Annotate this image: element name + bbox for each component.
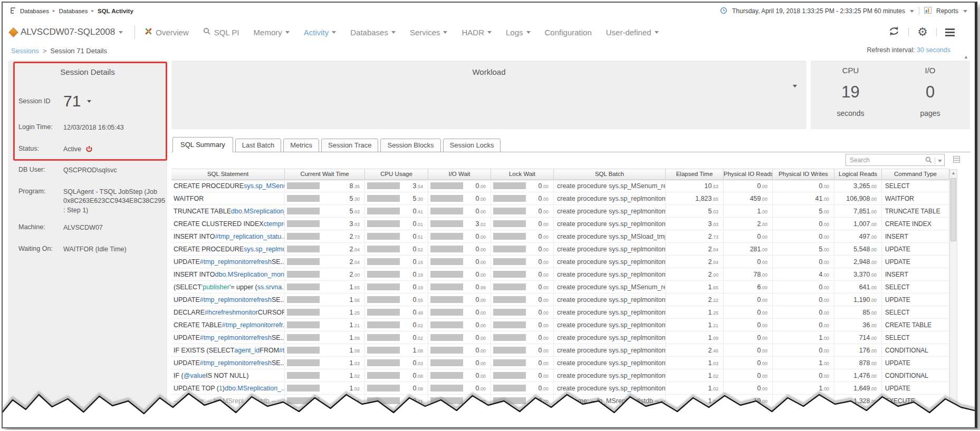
cell-current-wait: 1.01 [285,407,365,419]
nav-item-activity[interactable]: Activity [304,28,337,37]
table-row[interactable]: CREATE CLUSTERED INDEX ctemprefr...3.030… [171,218,949,230]
table-row[interactable]: CREATE TABLE #tmp_replmonitorrefr...1.21… [171,319,949,331]
cell-phys-reads: 281.00 [724,243,773,255]
cell-phys-reads: 0.00 [724,180,773,192]
cell-io-wait: 0.00 [428,407,491,419]
table-row[interactable]: UPDATE #tmp_replmonitorrefresh SE...2.04… [171,256,949,268]
menu-icon[interactable] [945,27,955,38]
power-icon[interactable] [81,145,93,153]
column-chooser-icon[interactable] [953,156,960,163]
column-header-physical-io-writes[interactable]: Physical IO Writes [773,169,834,180]
tab-session-trace[interactable]: Session Trace [321,139,378,152]
cell-phys-reads: 0.00 [724,306,773,318]
wait-bar [287,347,320,354]
cell-phys-reads: 78.00 [724,268,773,280]
cell-elapsed: 1.25 [666,306,724,318]
nav-item-databases[interactable]: Databases [350,28,396,37]
tab-sql-summary[interactable]: SQL Summary [172,137,233,152]
table-row[interactable]: INSERT INTO #tmp_replication_statu...2.7… [171,230,949,243]
cell-cpu: 0.41 [365,205,428,217]
cell-lock-wait: 0.00 [491,382,554,394]
cell-phys-writes: 0.00 [773,180,834,192]
nav-menu: OverviewSQL PIMemoryActivityDatabasesSer… [145,27,658,37]
table-row[interactable]: CREATE PROCEDURE sys.sp_MSenum...8.353.5… [171,180,949,192]
column-header-i-o-wait[interactable]: I/O Wait [428,169,491,180]
scrollbar-up-icon[interactable]: ▲ [950,170,957,177]
wait-bar [367,283,400,290]
column-header-current-wait-time[interactable]: Current Wait Time [285,169,365,180]
column-header-elapsed-time[interactable]: Elapsed Time [666,169,724,180]
column-header-command-type[interactable]: Command Type [882,169,949,180]
tab-session-locks[interactable]: Session Locks [443,139,501,152]
cell-logical-reads: 3,370.00 [834,268,882,280]
table-row[interactable]: UPDATE #tmp_replmonitorrefresh SE...1.56… [171,293,949,306]
refresh-icon[interactable] [888,26,900,38]
workload-dropdown-icon[interactable] [793,85,797,87]
table-row[interactable]: UPDATE TOP (1) dbo.MSreplication_...1.02… [171,382,949,395]
wait-bar [287,258,320,265]
column-header-lock-wait[interactable]: Lock Wait [491,169,554,180]
refresh-interval: Refresh interval: 30 seconds [867,46,950,54]
nav-item-label: Memory [254,28,282,37]
session-detail-row-program: Program:SQLAgent - TSQL JobStep (Job 0x8… [18,188,167,215]
nav-item-user-defined[interactable]: User-defined [606,28,659,37]
breadcrumb-item-databases-1[interactable]: Databases [20,8,49,14]
scrollbar-thumb[interactable] [950,178,956,241]
cpu-value: 19 [811,83,890,102]
column-header-logical-reads[interactable]: Logical Reads [834,169,882,180]
nav-item-hadr[interactable]: HADR [462,28,492,37]
sessions-link[interactable]: Sessions [11,47,39,55]
table-row[interactable]: CREATE PROCEDURE sys.sp_replmonit...1.01… [171,407,949,420]
wait-bar [430,296,463,303]
topbar-right: Thursday, April 19, 2018 1:33:25 PM - 2:… [720,7,967,16]
table-row[interactable]: WAITFOR5.305.300.000.00create procedure … [171,192,949,205]
wait-bar [367,410,400,417]
chevron-down-icon[interactable] [910,10,914,13]
table-row[interactable]: UPDATE #tmp_replmonitorrefresh SE...1.03… [171,357,949,369]
breadcrumb-item-databases-2[interactable]: Databases [59,8,88,14]
search-options-icon[interactable] [938,160,942,162]
instance-selector[interactable]: ALVSCDW07-SQL2008 [10,27,123,37]
session-detail-row-status: Status:Active [18,145,167,154]
nav-item-logs[interactable]: Logs [506,28,531,37]
chevron-down-icon[interactable] [963,10,967,13]
cell-statement: CREATE CLUSTERED INDEX ctemprefr... [171,218,285,230]
table-row[interactable]: DECLARE #hcrefreshmonitor CURSOR ...1.25… [171,306,949,319]
tab-last-batch[interactable]: Last Batch [235,139,281,152]
table-row[interactable]: CREATE PROCEDURE sys.sp_replmonit...2.04… [171,243,949,256]
table-row[interactable]: INSERT INTO dbo.MSreplication_moni...2.0… [171,268,949,281]
io-value: 0 [890,83,970,102]
column-header-cpu-usage[interactable]: CPU Usage [365,169,428,180]
cell-statement: -- -- Name: -- fn_MSrepl_isdistdb -- -- … [171,395,285,407]
cell-lock-wait: 0.00 [491,407,554,419]
nav-item-overview[interactable]: Overview [145,27,189,37]
refresh-interval-value[interactable]: 30 seconds [917,46,950,54]
table-row[interactable]: UPDATE #tmp_replmonitorrefresh SE...1.09… [171,331,949,344]
reports-menu[interactable]: Reports [936,7,958,15]
cell-cpu: 0.52 [365,243,428,255]
table-row[interactable]: IF EXISTS (SELECT agent_id FROM #t...1.0… [171,344,949,357]
table-scrollbar[interactable]: ▲ [949,169,957,407]
nav-item-services[interactable]: Services [410,28,448,37]
table-row[interactable]: -- -- Name: -- fn_MSrepl_isdistdb -- -- … [171,395,949,407]
session-id-dropdown-icon[interactable] [87,100,91,103]
table-row[interactable]: (SELECT 'publisher' = upper (ss.srvna...… [171,281,949,293]
table-row[interactable]: IF (@value IS NOT NULL)1.020.080.000.00c… [171,369,949,382]
nav-item-sql-pi[interactable]: SQL PI [203,27,239,37]
time-range-selector[interactable]: Thursday, April 19, 2018 1:33:25 PM - 2:… [732,7,905,15]
cell-lock-wait: 0.00 [491,256,554,268]
search-icon[interactable] [925,156,932,165]
table-row[interactable]: TRUNCATE TABLE dbo.MSreplication_...5.03… [171,205,949,218]
overview-icon [145,27,152,37]
page-scroll-up-icon[interactable]: ▲ [964,54,968,60]
nav-item-memory[interactable]: Memory [254,28,290,37]
cell-cpu: 0.01 [365,218,428,230]
column-header-sql-batch[interactable]: SQL Batch [554,169,666,180]
tab-metrics[interactable]: Metrics [283,139,319,152]
column-header-physical-io-reads[interactable]: Physical IO Reads [724,169,773,180]
nav-item-configuration[interactable]: Configuration [545,28,592,37]
tab-session-blocks[interactable]: Session Blocks [380,139,440,152]
column-header-sql-statement[interactable]: SQL Statement [171,169,285,180]
table-row[interactable]: CREATE TABLE #tmp_replication_stat...1.0… [171,420,949,428]
gear-icon[interactable]: ⚙ [917,26,928,38]
